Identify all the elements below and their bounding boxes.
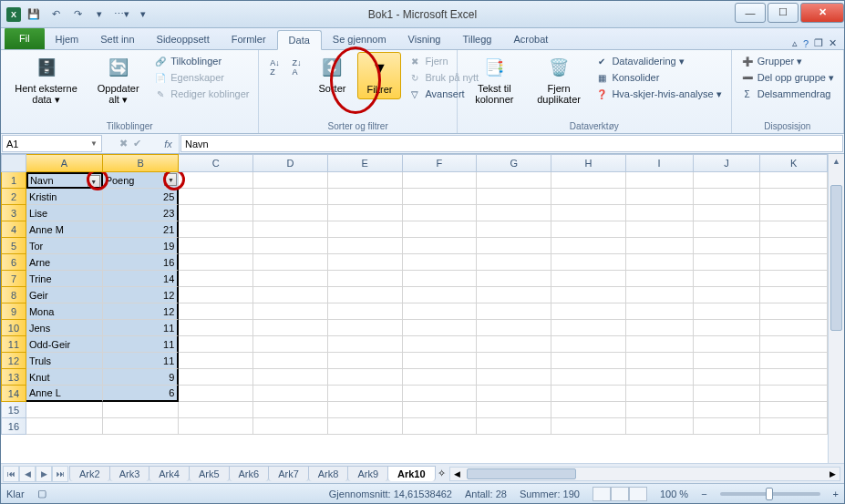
row-header-14[interactable]: 14	[1, 386, 26, 402]
column-header-F[interactable]: F	[403, 154, 478, 172]
cell-B1[interactable]: Poeng▼	[103, 172, 180, 189]
cell-C11[interactable]	[179, 336, 253, 353]
cell-C16[interactable]	[179, 418, 253, 435]
cell-E4[interactable]	[328, 221, 403, 238]
cell-J9[interactable]	[694, 303, 761, 320]
ribbon-minimize-icon[interactable]: ▵	[792, 37, 798, 49]
cell-C12[interactable]	[179, 353, 253, 369]
cell-J10[interactable]	[694, 320, 761, 336]
cell-A15[interactable]	[26, 402, 103, 418]
zoom-out-button[interactable]: −	[701, 489, 706, 499]
qat-customize[interactable]: ▾	[134, 5, 152, 24]
sheet-tab-ark2[interactable]: Ark2	[69, 466, 110, 481]
cell-D6[interactable]	[253, 254, 328, 271]
cell-B9[interactable]: 12	[103, 303, 180, 320]
sheet-tab-ark5[interactable]: Ark5	[189, 466, 230, 481]
cell-H16[interactable]	[551, 418, 626, 435]
cell-E3[interactable]	[328, 205, 403, 221]
cell-F7[interactable]	[403, 271, 478, 287]
cell-B7[interactable]: 14	[103, 271, 180, 287]
cell-H4[interactable]	[551, 221, 626, 238]
cell-G11[interactable]	[477, 336, 551, 353]
cell-A13[interactable]: Knut	[26, 369, 103, 386]
cell-D10[interactable]	[253, 320, 328, 336]
cell-H9[interactable]	[551, 303, 626, 320]
cell-I2[interactable]	[626, 189, 694, 205]
cell-E2[interactable]	[328, 189, 403, 205]
cell-H13[interactable]	[551, 369, 626, 386]
cell-D16[interactable]	[253, 418, 328, 435]
column-header-A[interactable]: A	[26, 154, 103, 172]
cell-F13[interactable]	[403, 369, 478, 386]
column-header-G[interactable]: G	[477, 154, 551, 172]
cell-H3[interactable]	[551, 205, 626, 221]
row-header-6[interactable]: 6	[1, 254, 26, 271]
cell-G6[interactable]	[477, 254, 551, 271]
cell-G4[interactable]	[477, 221, 551, 238]
cell-G9[interactable]	[477, 303, 551, 320]
sheet-nav-last[interactable]: ⏭	[52, 466, 68, 482]
cell-H10[interactable]	[551, 320, 626, 336]
close-workbook-icon[interactable]: ✕	[829, 37, 837, 49]
cell-A6[interactable]: Arne	[26, 254, 103, 271]
cell-I7[interactable]	[626, 271, 694, 287]
cell-K3[interactable]	[760, 205, 828, 221]
close-button[interactable]: ✕	[800, 3, 844, 23]
column-header-H[interactable]: H	[551, 154, 626, 172]
tab-visning[interactable]: Visning	[397, 30, 452, 49]
cell-E5[interactable]	[328, 238, 403, 254]
sort-button[interactable]: ↕️ Sorter	[310, 52, 354, 98]
cell-F6[interactable]	[403, 254, 478, 271]
sheet-tab-ark9[interactable]: Ark9	[347, 466, 388, 481]
cell-I10[interactable]	[626, 320, 694, 336]
cell-K14[interactable]	[760, 386, 828, 402]
remove-duplicates-button[interactable]: 🗑️ Fjern duplikater	[530, 52, 589, 108]
cell-F10[interactable]	[403, 320, 478, 336]
cell-D7[interactable]	[253, 271, 328, 287]
row-header-3[interactable]: 3	[1, 205, 26, 221]
cell-I3[interactable]	[626, 205, 694, 221]
cell-B10[interactable]: 11	[103, 320, 180, 336]
cell-G2[interactable]	[477, 189, 551, 205]
cell-F15[interactable]	[403, 402, 478, 418]
cell-I5[interactable]	[626, 238, 694, 254]
sheet-nav-prev[interactable]: ◀	[19, 466, 36, 482]
cell-J16[interactable]	[694, 418, 761, 435]
tab-tillegg[interactable]: Tillegg	[451, 30, 502, 49]
row-header-12[interactable]: 12	[1, 353, 26, 369]
consolidate-button[interactable]: ▦Konsolider	[592, 70, 725, 85]
cell-H14[interactable]	[551, 386, 626, 402]
cell-K8[interactable]	[760, 287, 828, 303]
cell-J12[interactable]	[694, 353, 761, 369]
cell-K9[interactable]	[760, 303, 828, 320]
sheet-tab-ark4[interactable]: Ark4	[149, 466, 190, 481]
macro-record-icon[interactable]: ▢	[37, 488, 46, 499]
cell-E6[interactable]	[328, 254, 403, 271]
subtotal-button[interactable]: ΣDelsammendrag	[737, 87, 838, 101]
cell-D2[interactable]	[253, 189, 328, 205]
cell-B8[interactable]: 12	[103, 287, 180, 303]
cell-K5[interactable]	[760, 238, 828, 254]
cell-D13[interactable]	[253, 369, 328, 386]
fx-icon[interactable]: fx	[158, 134, 180, 153]
row-header-1[interactable]: 1	[1, 172, 26, 189]
row-header-8[interactable]: 8	[1, 287, 26, 303]
cell-I12[interactable]	[626, 353, 694, 369]
row-header-15[interactable]: 15	[1, 402, 26, 418]
cell-K16[interactable]	[760, 418, 828, 435]
cell-D9[interactable]	[253, 303, 328, 320]
spreadsheet-grid[interactable]: ABCDEFGHIJK 1Navn▼Poeng▼2Kristin253Lise2…	[1, 154, 844, 463]
cell-E11[interactable]	[328, 336, 403, 353]
row-header-16[interactable]: 16	[1, 418, 26, 435]
cell-G13[interactable]	[477, 369, 551, 386]
cell-I11[interactable]	[626, 336, 694, 353]
cell-J5[interactable]	[694, 238, 761, 254]
cell-J1[interactable]	[694, 172, 761, 189]
cell-A3[interactable]: Lise	[26, 205, 103, 221]
cell-H8[interactable]	[551, 287, 626, 303]
cell-K13[interactable]	[760, 369, 828, 386]
cell-H5[interactable]	[551, 238, 626, 254]
column-header-K[interactable]: K	[760, 154, 828, 172]
connections-button[interactable]: 🔗Tilkoblinger	[150, 54, 252, 68]
row-header-13[interactable]: 13	[1, 369, 26, 386]
